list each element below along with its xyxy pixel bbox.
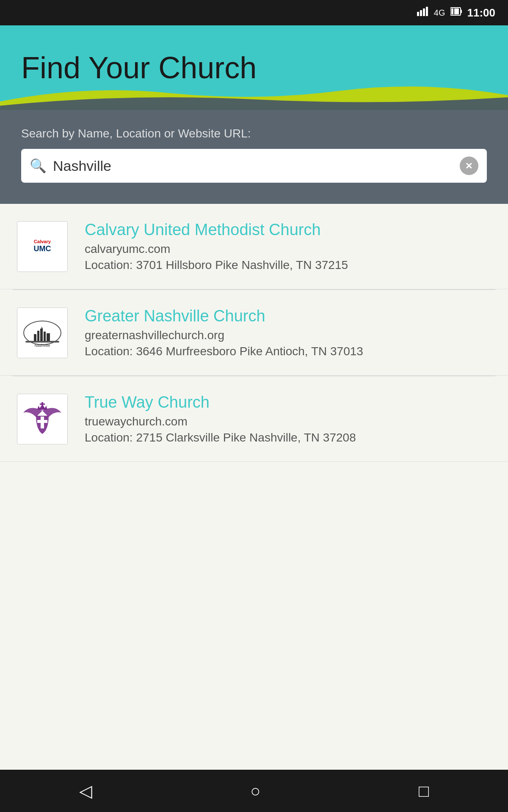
- church-item-calvary[interactable]: Calvary UMC Calvary United Methodist Chu…: [0, 204, 508, 289]
- church-item-trueway[interactable]: True Way Church truewaychurch.com Locati…: [0, 376, 508, 462]
- search-bar: 🔍 ×: [21, 149, 487, 183]
- church-name-trueway[interactable]: True Way Church: [85, 393, 491, 411]
- svg-rect-14: [44, 332, 46, 341]
- svg-rect-11: [37, 331, 39, 341]
- svg-rect-10: [34, 334, 36, 341]
- svg-rect-6: [451, 8, 459, 14]
- battery-icon: [450, 7, 462, 19]
- church-info-trueway: True Way Church truewaychurch.com Locati…: [85, 393, 491, 444]
- church-location-nashville: Location: 3646 Murfreesboro Pike Antioch…: [85, 345, 491, 358]
- svg-rect-22: [40, 403, 45, 405]
- svg-rect-3: [426, 7, 428, 16]
- svg-rect-5: [461, 10, 462, 13]
- church-url-nashville[interactable]: greaternashvillechurch.org: [85, 329, 491, 342]
- signal-type: 4G: [434, 8, 445, 18]
- svg-rect-15: [47, 333, 50, 341]
- svg-rect-12: [40, 329, 43, 341]
- svg-rect-1: [420, 10, 422, 16]
- church-info-nashville: Greater Nashville Church greaternashvill…: [85, 307, 491, 358]
- church-location-calvary: Location: 3701 Hillsboro Pike Nashville,…: [85, 258, 491, 272]
- results-list: Calvary UMC Calvary United Methodist Chu…: [0, 204, 508, 462]
- svg-rect-20: [37, 420, 47, 423]
- app-header: Find Your Church: [0, 25, 508, 110]
- church-logo-trueway: [17, 394, 68, 444]
- church-logo-nashville: Nashville: [17, 307, 68, 358]
- svg-rect-16: [25, 341, 59, 343]
- church-item-greater-nashville[interactable]: Nashville Greater Nashville Church great…: [0, 290, 508, 376]
- clear-search-button[interactable]: ×: [460, 156, 478, 175]
- status-time: 11:00: [467, 6, 496, 19]
- church-url-trueway[interactable]: truewaychurch.com: [85, 415, 491, 428]
- bottom-nav-bar: ◁ ○ □: [0, 770, 508, 812]
- search-label: Search by Name, Location or Website URL:: [21, 127, 487, 140]
- page-title: Find Your Church: [21, 50, 257, 85]
- svg-rect-0: [417, 12, 419, 16]
- church-info-calvary: Calvary United Methodist Church calvaryu…: [85, 221, 491, 272]
- home-button[interactable]: ○: [250, 782, 260, 801]
- svg-text:Nashville: Nashville: [35, 343, 50, 348]
- back-button[interactable]: ◁: [79, 781, 92, 801]
- recent-apps-button[interactable]: □: [419, 782, 429, 801]
- svg-rect-2: [423, 8, 425, 16]
- search-icon: 🔍: [30, 158, 47, 174]
- church-name-calvary[interactable]: Calvary United Methodist Church: [85, 221, 491, 239]
- church-name-nashville[interactable]: Greater Nashville Church: [85, 307, 491, 325]
- church-logo-calvary: Calvary UMC: [17, 221, 68, 272]
- status-bar: 4G 11:00: [0, 0, 508, 25]
- church-url-calvary[interactable]: calvaryumc.com: [85, 242, 491, 256]
- church-location-trueway: Location: 2715 Clarksville Pike Nashvill…: [85, 431, 491, 444]
- signal-icon: [417, 7, 429, 19]
- search-input[interactable]: [53, 158, 453, 174]
- search-section: Search by Name, Location or Website URL:…: [0, 110, 508, 204]
